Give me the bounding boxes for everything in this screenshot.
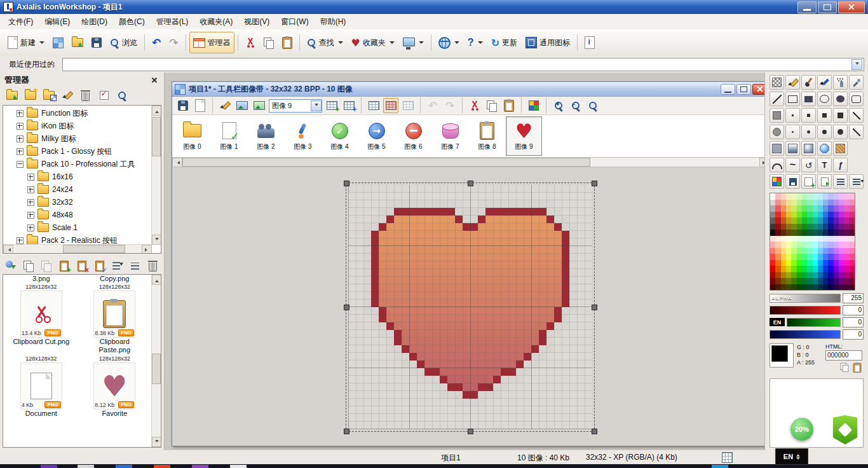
pixel[interactable]	[371, 399, 379, 406]
pixel[interactable]	[463, 322, 470, 330]
palette-color[interactable]	[828, 260, 833, 266]
pixel[interactable]	[569, 383, 577, 391]
pixel[interactable]	[569, 330, 577, 338]
pixel[interactable]	[463, 292, 470, 299]
pixel[interactable]	[424, 254, 432, 261]
pixel[interactable]	[524, 246, 531, 254]
pixel[interactable]	[493, 254, 501, 261]
document-titlebar[interactable]: 项目1* - 工具栏图像带 - 32x32 32 BPP - 10 图像	[172, 82, 770, 97]
pixel[interactable]	[524, 330, 531, 338]
doc-export-button[interactable]	[252, 98, 267, 113]
pixel[interactable]	[455, 399, 463, 406]
sq1-tool-button[interactable]	[785, 108, 800, 123]
pixel[interactable]	[546, 376, 554, 383]
pixel[interactable]	[508, 200, 516, 208]
pixel[interactable]	[356, 269, 363, 277]
pixel[interactable]	[554, 269, 562, 277]
pixel[interactable]	[417, 353, 424, 361]
pixel[interactable]	[371, 299, 379, 307]
pixel[interactable]	[539, 292, 546, 299]
redo-button[interactable]	[165, 32, 182, 53]
pixel[interactable]	[424, 361, 432, 368]
palette-color[interactable]	[818, 272, 823, 279]
pixel[interactable]	[440, 399, 447, 406]
pixel[interactable]	[516, 193, 524, 200]
palette-color[interactable]	[797, 200, 802, 206]
pixel[interactable]	[485, 353, 493, 361]
palette-color[interactable]	[797, 193, 802, 200]
pixel[interactable]	[455, 338, 463, 345]
pixel[interactable]	[516, 292, 524, 299]
panel-close-button[interactable]	[149, 75, 159, 85]
pixel[interactable]	[447, 261, 455, 269]
update-button[interactable]: 更新	[487, 32, 521, 53]
pixel[interactable]	[508, 223, 516, 231]
dropper-tool-button[interactable]	[849, 75, 864, 90]
pixel[interactable]	[417, 338, 424, 345]
pixel[interactable]	[554, 277, 562, 284]
palette-color[interactable]	[834, 272, 839, 279]
pixel[interactable]	[447, 422, 455, 429]
pixel[interactable]	[440, 200, 447, 208]
pixel[interactable]	[531, 414, 539, 422]
palette-color[interactable]	[818, 254, 823, 260]
doc-image-button[interactable]	[234, 98, 250, 113]
selection-handle[interactable]	[592, 429, 597, 434]
pixel[interactable]	[485, 223, 493, 231]
pixel[interactable]	[363, 299, 371, 307]
pixel[interactable]	[363, 193, 371, 200]
pixel[interactable]	[478, 315, 485, 322]
save-button[interactable]	[88, 32, 105, 53]
pixel[interactable]	[569, 254, 577, 261]
pixel[interactable]	[539, 414, 546, 422]
pixel[interactable]	[394, 246, 402, 254]
pixel[interactable]	[409, 422, 417, 429]
tree-expander-icon[interactable]	[27, 174, 34, 181]
pixel[interactable]	[478, 322, 485, 330]
pixel[interactable]	[379, 353, 386, 361]
palette-color[interactable]	[834, 278, 839, 284]
pixel[interactable]	[569, 345, 577, 353]
pixel[interactable]	[424, 277, 432, 284]
pixel[interactable]	[516, 383, 524, 391]
pixel[interactable]	[440, 406, 447, 414]
pixel[interactable]	[348, 269, 356, 277]
pixel[interactable]	[386, 216, 394, 223]
pixel[interactable]	[386, 330, 394, 338]
palette-color[interactable]	[844, 193, 849, 200]
pixel[interactable]	[562, 422, 569, 429]
texture-tool-button[interactable]	[833, 141, 848, 156]
pixel[interactable]	[402, 193, 409, 200]
pixel[interactable]	[501, 223, 508, 231]
pixel[interactable]	[585, 208, 592, 216]
pixel[interactable]	[485, 307, 493, 315]
pixel[interactable]	[501, 399, 508, 406]
palette-color[interactable]	[786, 284, 791, 291]
pixel[interactable]	[424, 299, 432, 307]
menu-item-5[interactable]: 收藏夹(A)	[194, 14, 238, 30]
pixel[interactable]	[356, 193, 363, 200]
pixel[interactable]	[516, 277, 524, 284]
find-dropdown-arrow[interactable]	[338, 41, 343, 44]
pixel[interactable]	[402, 269, 409, 277]
palette-color[interactable]	[834, 212, 839, 218]
pixel[interactable]	[455, 238, 463, 246]
pixel[interactable]	[440, 315, 447, 322]
palette-color[interactable]	[775, 193, 780, 200]
pixel[interactable]	[394, 383, 402, 391]
pixel[interactable]	[531, 391, 539, 399]
pixel[interactable]	[546, 277, 554, 284]
pixel[interactable]	[371, 246, 379, 254]
pixel[interactable]	[386, 368, 394, 376]
pixel[interactable]	[356, 231, 363, 238]
pixel[interactable]	[577, 223, 585, 231]
pixel[interactable]	[363, 330, 371, 338]
palette-color[interactable]	[850, 260, 855, 266]
swatch-solid-tool-button[interactable]	[770, 141, 784, 156]
pixel[interactable]	[531, 269, 539, 277]
pixel[interactable]	[455, 383, 463, 391]
pixel[interactable]	[409, 414, 417, 422]
pixel[interactable]	[409, 200, 417, 208]
pixel[interactable]	[455, 223, 463, 231]
palette-color[interactable]	[775, 272, 780, 279]
